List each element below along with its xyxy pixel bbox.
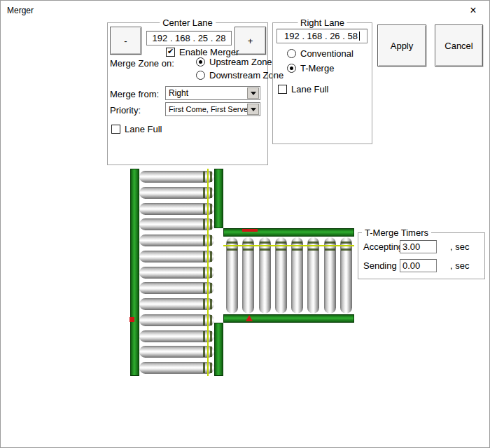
accepting-label: Accepting <box>363 241 400 252</box>
merge-from-dropdown[interactable]: Right <box>165 86 260 100</box>
conventional-label: Conventional <box>300 48 354 59</box>
accepting-input[interactable]: 3.00 <box>400 240 437 253</box>
red-marker-bottom-rail <box>246 315 253 321</box>
enable-merger-checkbox-row[interactable]: Enable Merger <box>166 47 239 57</box>
conveyor-roller <box>139 203 214 215</box>
tmerge-radio-row[interactable]: T-Merge <box>287 63 334 74</box>
merge-from-label: Merge from: <box>110 89 159 99</box>
conventional-radio[interactable] <box>287 49 296 58</box>
conveyor-roller <box>139 218 214 230</box>
conveyor-roller <box>139 298 214 310</box>
horizontal-sensor-line <box>223 245 354 246</box>
upstream-zone-label: Upstream Zone <box>209 57 272 67</box>
title-bar[interactable]: Merger × <box>1 1 489 20</box>
tmerge-radio[interactable] <box>287 64 296 73</box>
right-lane-full-checkbox[interactable] <box>278 85 287 94</box>
conveyor-roller <box>139 187 214 199</box>
enable-merger-label: Enable Merger <box>179 47 239 57</box>
enable-merger-checkbox[interactable] <box>166 48 175 57</box>
downstream-zone-radio-row[interactable]: Downstream Zone <box>196 70 284 80</box>
conveyor-roller <box>139 267 214 279</box>
chevron-down-icon[interactable] <box>247 104 259 115</box>
sending-label: Sending <box>363 260 400 271</box>
close-icon[interactable]: × <box>457 1 489 20</box>
accepting-unit: , sec <box>450 241 469 252</box>
vertical-lane-left-rail <box>130 169 139 376</box>
conventional-radio-row[interactable]: Conventional <box>287 48 354 59</box>
apply-button[interactable]: Apply <box>377 24 426 66</box>
upstream-zone-radio-row[interactable]: Upstream Zone <box>196 57 272 67</box>
horizontal-lane-bottom-rail <box>223 314 354 323</box>
sending-unit: , sec <box>450 260 469 271</box>
sending-input[interactable]: 0.00 <box>400 259 437 272</box>
conveyor-roller <box>139 282 214 294</box>
conveyor-roller <box>275 237 287 314</box>
right-lane-ip-value: 192 . 168 . 26 . 58 <box>284 31 358 41</box>
center-lane-ip-field[interactable]: 192 . 168 . 25 . 28 <box>146 31 232 46</box>
conveyor-roller <box>259 237 271 314</box>
conveyor-roller <box>139 251 214 262</box>
increment-button[interactable]: + <box>234 27 266 55</box>
sending-timer-row: Sending 0.00 , sec <box>363 259 469 272</box>
horizontal-lane-rollers <box>226 237 352 314</box>
center-lane-group-title: Center Lane <box>160 18 216 28</box>
vertical-lane-rollers <box>139 171 214 374</box>
right-lane-full-checkbox-row[interactable]: Lane Full <box>278 84 328 94</box>
downstream-zone-radio[interactable] <box>196 71 205 80</box>
center-lane-full-checkbox[interactable] <box>111 125 120 134</box>
vertical-lane-right-rail-upper <box>214 169 223 228</box>
priority-label: Priority: <box>110 105 141 115</box>
conveyor-roller <box>242 237 254 314</box>
tmerge-timers-title: T-Merge Timers <box>362 227 431 238</box>
merge-from-value: Right <box>169 88 188 98</box>
conveyor-roller <box>340 237 352 314</box>
vertical-lane-right-rail-lower <box>214 323 223 376</box>
conveyor-roller <box>139 330 214 342</box>
merge-zone-label: Merge Zone on: <box>110 58 174 69</box>
priority-value: First Come, First Served <box>169 105 252 113</box>
merger-dialog: Merger × Center Lane - 192 . 168 . 25 . … <box>0 0 490 448</box>
right-lane-ip-field[interactable]: 192 . 168 . 26 . 58 <box>276 29 368 43</box>
conveyor-roller <box>307 237 319 314</box>
chevron-down-icon[interactable] <box>247 88 259 99</box>
tmerge-timers-group: T-Merge Timers Accepting 3.00 , sec Send… <box>358 232 485 279</box>
conveyor-roller <box>324 237 336 314</box>
tmerge-label: T-Merge <box>300 63 334 74</box>
right-lane-full-label: Lane Full <box>291 84 328 94</box>
conveyor-roller <box>139 171 214 183</box>
priority-dropdown[interactable]: First Come, First Served <box>165 102 260 116</box>
center-lane-full-label: Lane Full <box>125 124 162 134</box>
conveyor-roller <box>139 234 214 246</box>
text-cursor <box>359 31 360 41</box>
conveyor-roller <box>139 362 214 374</box>
conveyor-roller <box>291 237 303 314</box>
right-lane-group-title: Right Lane <box>298 18 347 28</box>
upstream-zone-radio[interactable] <box>196 57 205 66</box>
red-marker-left-rail <box>130 317 134 322</box>
vertical-sensor-line <box>207 169 209 376</box>
cancel-button[interactable]: Cancel <box>435 24 483 66</box>
red-marker-top-rail <box>242 229 258 232</box>
window-title: Merger <box>7 6 34 15</box>
conveyor-roller <box>226 237 238 314</box>
decrement-button[interactable]: - <box>110 27 141 55</box>
center-lane-full-checkbox-row[interactable]: Lane Full <box>111 124 162 134</box>
conveyor-roller <box>139 314 214 326</box>
accepting-timer-row: Accepting 3.00 , sec <box>363 240 469 253</box>
conveyor-roller <box>139 346 214 358</box>
